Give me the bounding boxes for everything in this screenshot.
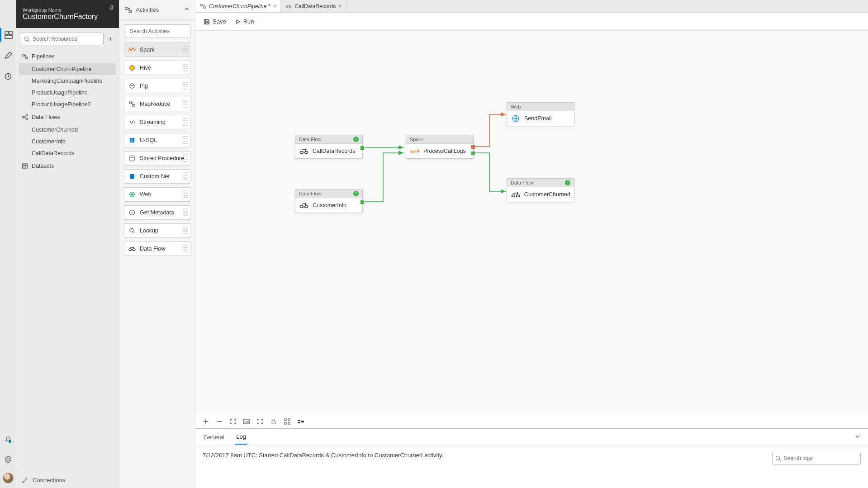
svg-rect-21 <box>129 102 132 104</box>
svg-rect-9 <box>22 55 24 56</box>
zoom-100-button[interactable]: 100 <box>242 417 251 426</box>
tree-item-marketingcampaignpipeline[interactable]: MarketingCampaignPipeline <box>19 75 116 87</box>
svg-rect-1 <box>9 31 12 34</box>
svg-rect-50 <box>288 422 290 424</box>
save-button[interactable]: Save <box>204 18 226 25</box>
tree-group-pipelines[interactable]: Pipelines <box>19 50 116 63</box>
tree-group-datasets[interactable]: Datasets <box>19 159 116 173</box>
tab-close-icon[interactable]: × <box>338 3 342 9</box>
bottom-tab-log[interactable]: Log <box>235 430 247 445</box>
output-port[interactable] <box>360 146 364 150</box>
tree-group-dataflows[interactable]: Data Flows <box>19 110 116 124</box>
activity-usql[interactable]: UU-SQL <box>124 133 190 147</box>
activity-label: Lookup <box>140 227 158 234</box>
status-success-icon <box>353 191 359 196</box>
activity-label: Stored Procedure <box>140 155 184 161</box>
grip-icon <box>183 118 188 127</box>
activity-mapreduce[interactable]: MapReduce <box>124 97 190 111</box>
activity-hive[interactable]: Hive <box>124 61 190 75</box>
bottom-tab-general[interactable]: General <box>203 430 225 444</box>
node-title: ProcessCallLogs <box>423 148 466 154</box>
tree-item-customerchurned[interactable]: CustomerChurned <box>19 124 116 136</box>
activity-getmetadata[interactable]: Get Metadata <box>124 205 190 220</box>
output-port-success[interactable] <box>471 152 475 155</box>
svg-point-42 <box>512 195 515 197</box>
rail-monitor-icon[interactable] <box>0 70 16 83</box>
zoom-in-button[interactable] <box>202 417 210 426</box>
web-icon <box>128 190 136 199</box>
rail-notifications-icon[interactable] <box>0 433 16 446</box>
editor-tabs: CustomerChurnPipeline * × CallDataRecord… <box>195 0 868 13</box>
node-calldatarecords[interactable]: Data Flow CallDataRecords <box>295 135 363 159</box>
output-port-failure[interactable] <box>471 145 475 149</box>
fit-button[interactable] <box>229 417 237 426</box>
tab-customerchurnpipeline[interactable]: CustomerChurnPipeline * × <box>195 0 281 12</box>
bottom-collapse-icon[interactable] <box>854 433 861 441</box>
activity-lookup[interactable]: Lookup <box>124 223 190 238</box>
node-customerinfo[interactable]: Data Flow CustomerInfo <box>295 189 363 213</box>
search-resources-input[interactable] <box>21 33 104 45</box>
tree-item-customerchurnpipeline[interactable]: CustomerChurnPipeline <box>19 63 116 75</box>
svg-rect-0 <box>5 31 8 34</box>
dataflow-icon <box>299 147 309 155</box>
rail-home-icon[interactable] <box>0 28 16 42</box>
rail-edit-icon[interactable] <box>0 49 16 62</box>
icon-rail <box>0 0 16 488</box>
output-port[interactable] <box>360 200 364 204</box>
grip-icon <box>183 64 188 73</box>
svg-point-43 <box>516 195 519 197</box>
tab-calldatarecords[interactable]: CallDataRecords × <box>281 0 346 12</box>
zoom-out-button[interactable] <box>215 417 223 426</box>
rail-feedback-icon[interactable] <box>0 453 16 466</box>
activities-icon <box>125 7 132 13</box>
activity-storedprocedure[interactable]: Stored Procedure <box>124 151 190 166</box>
tree-item-customerinfo[interactable]: CustomerInfo <box>19 136 116 147</box>
web-icon <box>511 114 521 123</box>
lock-button[interactable] <box>270 417 278 426</box>
node-customerchurned[interactable]: Data Flow CustomerChurned <box>507 178 574 202</box>
activity-spark[interactable]: Spark <box>124 43 190 57</box>
activity-pig[interactable]: Pig <box>124 79 190 93</box>
activity-web[interactable]: Web <box>124 187 190 202</box>
activity-dataflow[interactable]: Data Flow <box>124 242 190 256</box>
node-processcalllogs[interactable]: Spark sparkProcessCallLogs <box>406 135 474 159</box>
activity-label: Hive <box>140 65 151 71</box>
svg-rect-49 <box>285 422 286 424</box>
node-sendemail[interactable]: Web SendEmail <box>507 102 574 126</box>
search-icon <box>775 455 781 461</box>
svg-point-25 <box>130 156 134 157</box>
activities-collapse-icon[interactable] <box>184 6 190 13</box>
tab-close-icon[interactable]: × <box>273 3 276 9</box>
svg-rect-16 <box>129 10 132 13</box>
pin-icon[interactable] <box>108 5 114 12</box>
run-button[interactable]: Run <box>235 18 254 25</box>
rail-avatar[interactable] <box>3 473 14 483</box>
streaming-icon <box>128 118 136 126</box>
add-resource-button[interactable]: ＋ <box>106 34 114 44</box>
storedprocedure-icon <box>128 154 136 162</box>
fullscreen-button[interactable] <box>256 417 264 426</box>
node-title: CallDataRecords <box>313 148 355 154</box>
pig-icon <box>128 82 136 90</box>
align-button[interactable] <box>297 417 305 426</box>
snap-button[interactable] <box>283 417 291 426</box>
pipeline-canvas[interactable]: Data Flow CallDataRecords Data Flow Cust… <box>195 31 868 429</box>
workgroup-label: Workgroup Name <box>23 7 113 13</box>
bottom-panel: General Log 7/12/2017 8am UTC: Started C… <box>195 429 868 488</box>
svg-point-4 <box>9 440 11 443</box>
tree-item-productusagepipeline2[interactable]: ProductUsagePipeline2 <box>19 99 116 110</box>
activity-streaming[interactable]: Streaming <box>124 115 190 129</box>
search-activities-input[interactable] <box>124 24 190 38</box>
lookup-icon <box>128 227 136 235</box>
connections-button[interactable]: Connections <box>16 472 119 488</box>
activity-customnet[interactable]: Custom.Net <box>124 169 190 184</box>
getmetadata-icon <box>128 208 136 217</box>
tree-item-calldatarecords[interactable]: CallDataRecords <box>19 147 116 159</box>
svg-point-29 <box>130 228 133 232</box>
node-title: SendEmail <box>524 115 551 122</box>
node-type-label: Data Flow <box>511 180 533 185</box>
grip-icon <box>183 136 188 145</box>
tree-item-productusagepipeline[interactable]: ProductUsagePipeline <box>19 87 116 99</box>
activity-label: MapReduce <box>140 101 170 107</box>
search-logs-input[interactable] <box>772 452 861 464</box>
